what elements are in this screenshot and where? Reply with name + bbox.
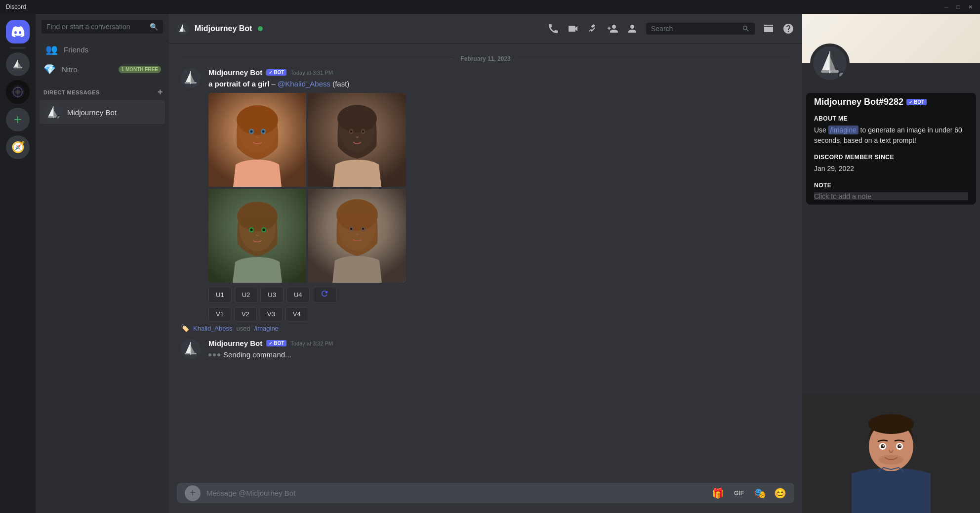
inbox-icon bbox=[763, 23, 775, 35]
channel-header: Midjourney Bot bbox=[169, 14, 802, 43]
message-header-2: Midjourney Bot ✓ BOT Today at 3:32 PM bbox=[208, 339, 790, 347]
discord-home-button[interactable] bbox=[6, 20, 30, 43]
channel-status-dot bbox=[258, 26, 263, 31]
sticker-button[interactable]: 🎭 bbox=[754, 487, 766, 499]
add-friend-icon bbox=[607, 23, 618, 35]
explore-servers-button[interactable]: 🧭 bbox=[6, 135, 30, 159]
inbox-button[interactable] bbox=[763, 23, 775, 35]
member-since-date: Jan 29, 2022 bbox=[814, 164, 968, 174]
titlebar-title: Discord bbox=[6, 3, 26, 10]
message-input[interactable] bbox=[206, 483, 706, 503]
server-icon-1[interactable] bbox=[6, 52, 30, 76]
message-time-2: Today at 3:32 PM bbox=[290, 341, 333, 346]
pin-icon bbox=[587, 23, 599, 35]
bot-badge-1: ✓ BOT bbox=[266, 69, 286, 76]
about-me-highlight: /imagine bbox=[828, 126, 858, 134]
profile-bot-badge: ✓ BOT bbox=[906, 99, 927, 105]
v1-button[interactable]: V1 bbox=[208, 307, 231, 321]
header-search-icon bbox=[742, 25, 750, 33]
message-avatar-2[interactable] bbox=[181, 339, 201, 359]
direct-messages-label: DIRECT MESSAGES bbox=[43, 89, 100, 95]
find-conversation-wrapper[interactable]: 🔍 bbox=[41, 20, 163, 34]
close-button[interactable]: ✕ bbox=[966, 3, 974, 11]
video-feed-container bbox=[802, 209, 980, 513]
user-profile-button[interactable] bbox=[626, 23, 638, 35]
portrait-svg-2 bbox=[308, 93, 406, 187]
status-icon: 🏷️ bbox=[181, 324, 189, 332]
message-author-1: Midjourney Bot bbox=[208, 68, 262, 77]
portrait-image-4[interactable] bbox=[308, 189, 406, 283]
svg-point-49 bbox=[350, 228, 352, 230]
v4-button[interactable]: V4 bbox=[286, 307, 308, 321]
find-conversation-input[interactable] bbox=[46, 23, 146, 31]
message-input-area: + 🎁 GIF 🎭 😊 bbox=[169, 483, 802, 513]
u4-button[interactable]: U4 bbox=[286, 287, 310, 303]
about-me-section: ABOUT ME Use /imagine to generate an ima… bbox=[814, 115, 968, 146]
profile-avatar-area bbox=[802, 63, 980, 89]
channel-sidebar: 🔍 👥 Friends 💎 Nitro 1 MONTH FREE DIRECT … bbox=[36, 14, 169, 513]
portrait-image-2[interactable] bbox=[308, 93, 406, 187]
message-avatar-1[interactable] bbox=[181, 68, 201, 88]
call-button[interactable] bbox=[547, 23, 559, 35]
minimize-button[interactable]: ─ bbox=[942, 3, 950, 11]
maximize-button[interactable]: □ bbox=[954, 3, 962, 11]
new-dm-button[interactable]: + bbox=[158, 87, 163, 97]
v2-button[interactable]: V2 bbox=[234, 307, 257, 321]
pin-message-button[interactable] bbox=[587, 23, 599, 35]
verified-check-icon-2: ✓ bbox=[269, 341, 273, 346]
add-friend-button[interactable] bbox=[607, 23, 618, 35]
action-buttons-row2: V1 V2 V3 V4 bbox=[208, 307, 790, 321]
portrait-image-3[interactable] bbox=[208, 189, 306, 283]
message-1: Midjourney Bot ✓ BOT Today at 3:31 PM a … bbox=[169, 66, 802, 323]
typing-dot-3 bbox=[217, 353, 220, 356]
dm-item-midjourney[interactable]: Midjourney Bot bbox=[40, 100, 165, 124]
u2-button[interactable]: U2 bbox=[235, 287, 258, 303]
about-me-text1: Use bbox=[814, 126, 828, 134]
u1-button[interactable]: U1 bbox=[208, 287, 232, 303]
attach-file-button[interactable]: + bbox=[185, 485, 201, 501]
member-since-title: DISCORD MEMBER SINCE bbox=[814, 154, 968, 161]
note-input[interactable] bbox=[814, 192, 968, 200]
server-icon-2[interactable] bbox=[6, 80, 30, 104]
svg-point-50 bbox=[362, 228, 364, 230]
gift-button[interactable]: 🎁 bbox=[712, 487, 724, 499]
emoji-button[interactable]: 😊 bbox=[774, 487, 786, 499]
titlebar: Discord ─ □ ✕ bbox=[0, 0, 980, 14]
nitro-label: Nitro bbox=[62, 65, 78, 74]
channel-avatar-icon bbox=[177, 23, 189, 35]
svg-rect-60 bbox=[821, 70, 839, 73]
svg-point-28 bbox=[250, 130, 253, 133]
portrait-image-1[interactable] bbox=[208, 93, 306, 187]
portrait-svg-4 bbox=[308, 189, 406, 283]
right-panel: Midjourney Bot#9282 ✓ BOT ABOUT ME Use /… bbox=[802, 14, 980, 513]
nitro-nav-item[interactable]: 💎 Nitro 1 MONTH FREE bbox=[40, 60, 165, 78]
friends-label: Friends bbox=[64, 45, 88, 54]
v3-button[interactable]: V3 bbox=[260, 307, 283, 321]
profile-info-box: Midjourney Bot#9282 ✓ BOT ABOUT ME Use /… bbox=[806, 93, 976, 205]
search-bar-area: 🔍 bbox=[36, 14, 169, 40]
profile-username: Midjourney Bot#9282 ✓ BOT bbox=[814, 97, 968, 107]
profile-icon bbox=[626, 23, 638, 35]
used-by-mention[interactable]: Khalid_Abess bbox=[193, 325, 233, 332]
profile-avatar-large[interactable] bbox=[810, 43, 850, 83]
friends-nav-item[interactable]: 👥 Friends bbox=[40, 40, 165, 59]
video-call-button[interactable] bbox=[567, 23, 579, 35]
gif-button[interactable]: GIF bbox=[732, 489, 746, 498]
refresh-button[interactable] bbox=[313, 287, 336, 303]
titlebar-controls: ─ □ ✕ bbox=[942, 3, 974, 11]
header-search-input[interactable] bbox=[651, 25, 738, 33]
header-search-box[interactable] bbox=[646, 23, 755, 35]
u3-button[interactable]: U3 bbox=[260, 287, 284, 303]
mention-link[interactable]: @Khalid_Abess bbox=[278, 80, 330, 88]
discord-logo-icon bbox=[11, 25, 25, 39]
typing-dots bbox=[208, 353, 220, 356]
message-2: Midjourney Bot ✓ BOT Today at 3:32 PM bbox=[169, 337, 802, 362]
add-server-button[interactable]: + bbox=[6, 108, 30, 131]
help-button[interactable] bbox=[782, 23, 794, 35]
used-command[interactable]: /imagine bbox=[254, 325, 279, 332]
svg-rect-22 bbox=[185, 82, 197, 84]
profile-status-indicator bbox=[838, 71, 846, 79]
date-divider: February 11, 2023 bbox=[169, 51, 802, 66]
about-me-title: ABOUT ME bbox=[814, 115, 968, 122]
svg-point-29 bbox=[262, 130, 265, 133]
